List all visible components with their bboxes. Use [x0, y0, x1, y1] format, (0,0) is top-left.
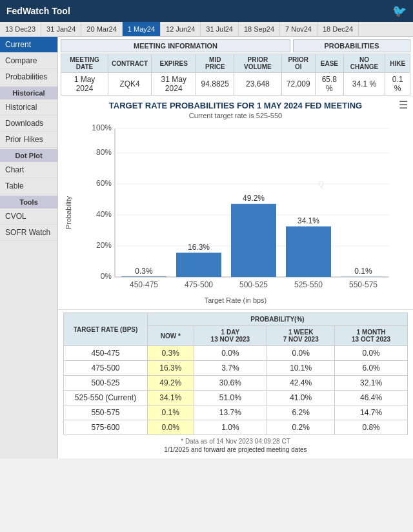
col-prior-volume: PRIOR VOLUME [234, 54, 281, 73]
date-tab-3[interactable]: 1 May24 [123, 22, 161, 36]
cell-rate: 550-575 [64, 405, 148, 420]
table-row-current: 525-550 (Current) 34.1% 51.0% 41.0% 46.4… [64, 391, 408, 405]
date-tab-5[interactable]: 31 Jul24 [201, 22, 239, 36]
svg-text:0.1%: 0.1% [354, 267, 372, 276]
svg-text:40%: 40% [96, 210, 112, 219]
sidebar-item-table[interactable]: Table [0, 178, 57, 194]
prob-table: TARGET RATE (BPS) PROBABILITY(%) NOW * 1… [63, 312, 408, 435]
date-tabs: 13 Dec23 31 Jan24 20 Mar24 1 May24 12 Ju… [0, 22, 413, 37]
watermark: Q [318, 179, 324, 189]
cell-1week: 42.4% [267, 376, 335, 391]
cell-rate: 475-500 [64, 361, 148, 376]
cell-no-change: 34.1 % [343, 73, 385, 96]
cell-1week: 10.1% [267, 361, 335, 376]
cell-1day: 13.7% [194, 405, 267, 420]
cell-ease: 65.8 % [315, 73, 343, 96]
date-tab-2[interactable]: 20 Mar24 [81, 22, 122, 36]
sidebar-item-compare[interactable]: Compare [0, 53, 57, 69]
chart-title: TARGET RATE PROBABILITIES FOR 1 MAY 2024… [63, 101, 408, 110]
sidebar-item-sofr[interactable]: SOFR Watch [0, 225, 57, 241]
meeting-info-section: MEETING INFORMATION PROBABILITIES MEETIN… [58, 37, 413, 98]
svg-text:475-500: 475-500 [185, 280, 213, 289]
bar-450-475 [121, 276, 166, 277]
app-header: FedWatch Tool 🐦 [0, 0, 413, 22]
col-1month: 1 MONTH13 OCT 2023 [335, 326, 408, 346]
sidebar-item-cvol[interactable]: CVOL [0, 209, 57, 225]
date-tab-4[interactable]: 12 Jun24 [161, 22, 201, 36]
svg-text:0%: 0% [101, 272, 112, 281]
svg-text:450-475: 450-475 [130, 280, 158, 289]
col-contract: CONTRACT [108, 54, 152, 73]
date-tab-1[interactable]: 31 Jan24 [41, 22, 81, 36]
col-meeting-date: MEETING DATE [61, 54, 108, 73]
cell-1month: 6.0% [335, 361, 408, 376]
sidebar-item-current[interactable]: Current [0, 37, 57, 53]
sidebar-item-downloads[interactable]: Downloads [0, 116, 57, 132]
sidebar-header-tools: Tools [0, 196, 57, 209]
svg-text:100%: 100% [92, 123, 112, 132]
svg-text:550-575: 550-575 [349, 280, 378, 289]
col-hike: HIKE [385, 54, 410, 73]
table-row: 575-600 0.0% 1.0% 0.2% 0.8% [64, 420, 408, 435]
twitter-icon[interactable]: 🐦 [392, 4, 407, 18]
cell-expires: 31 May 2024 [152, 73, 196, 96]
cell-rate: 450-475 [64, 346, 148, 361]
y-axis-label: Probability [63, 122, 74, 303]
cell-1day: 1.0% [194, 420, 267, 435]
cell-1month: 0.0% [335, 346, 408, 361]
svg-text:525-550: 525-550 [294, 280, 323, 289]
cell-1week-current: 41.0% [267, 391, 335, 405]
probabilities-label: PROBABILITIES [293, 39, 410, 52]
table-row: 450-475 0.3% 0.0% 0.0% 0.0% [64, 346, 408, 361]
cell-hike: 0.1 % [385, 73, 410, 96]
date-tab-6[interactable]: 18 Sep24 [239, 22, 280, 36]
cell-prior-oi: 72,009 [281, 73, 315, 96]
table-row: 550-575 0.1% 13.7% 6.2% 14.7% [64, 405, 408, 420]
footnote2: 1/1/2025 and forward are projected meeti… [63, 446, 408, 453]
cell-now: 49.2% [148, 376, 194, 391]
meeting-table: MEETING DATE CONTRACT EXPIRES MID PRICE … [61, 54, 410, 96]
footnote: * Data as of 14 Nov 2023 04:09:28 CT [63, 438, 408, 445]
sidebar-item-chart[interactable]: Chart [0, 162, 57, 178]
probability-header: PROBABILITY(%) [148, 313, 408, 326]
svg-text:20%: 20% [96, 241, 112, 250]
cell-1day-current: 51.0% [194, 391, 267, 405]
sidebar: Current Compare Probabilities Historical… [0, 37, 58, 458]
svg-text:500-525: 500-525 [239, 280, 268, 289]
date-tab-0[interactable]: 13 Dec23 [0, 22, 41, 36]
bar-500-525 [231, 204, 276, 277]
cell-rate: 500-525 [64, 376, 148, 391]
sidebar-item-historical[interactable]: Historical [0, 99, 57, 116]
app-title: FedWatch Tool [6, 6, 70, 16]
col-mid-price: MID PRICE [196, 54, 234, 73]
sidebar-item-prior-hikes[interactable]: Prior Hikes [0, 132, 57, 148]
cell-1week: 6.2% [267, 405, 335, 420]
cell-prior-volume: 23,648 [234, 73, 281, 96]
cell-1day: 30.6% [194, 376, 267, 391]
cell-1day: 3.7% [194, 361, 267, 376]
cell-1week: 0.0% [267, 346, 335, 361]
cell-1week: 0.2% [267, 420, 335, 435]
cell-now: 0.3% [148, 346, 194, 361]
svg-text:34.1%: 34.1% [297, 216, 319, 225]
sidebar-header-historical: Historical [0, 87, 57, 99]
cell-rate-current: 525-550 (Current) [64, 391, 148, 405]
table-row: 500-525 49.2% 30.6% 42.4% 32.1% [64, 376, 408, 391]
cell-1month: 32.1% [335, 376, 408, 391]
date-tab-8[interactable]: 18 Dec24 [317, 22, 359, 36]
cell-1month: 0.8% [335, 420, 408, 435]
bar-chart: 0% 20% 40% 60% 80% 100% 0.3% 450-475 16.… [74, 122, 408, 303]
col-rate-header: TARGET RATE (BPS) [64, 313, 148, 346]
content-area: MEETING INFORMATION PROBABILITIES MEETIN… [58, 37, 413, 458]
prob-table-section: TARGET RATE (BPS) PROBABILITY(%) NOW * 1… [58, 309, 413, 458]
cell-meeting-date: 1 May 2024 [61, 73, 108, 96]
sidebar-item-probabilities[interactable]: Probabilities [0, 69, 57, 85]
cell-contract: ZQK4 [108, 73, 152, 96]
cell-rate: 575-600 [64, 420, 148, 435]
main-layout: Current Compare Probabilities Historical… [0, 37, 413, 458]
bar-475-500 [176, 253, 221, 278]
table-row: 475-500 16.3% 3.7% 10.1% 6.0% [64, 361, 408, 376]
chart-menu-icon[interactable]: ☰ [399, 99, 408, 111]
date-tab-7[interactable]: 7 Nov24 [280, 22, 317, 36]
cell-1day: 0.0% [194, 346, 267, 361]
